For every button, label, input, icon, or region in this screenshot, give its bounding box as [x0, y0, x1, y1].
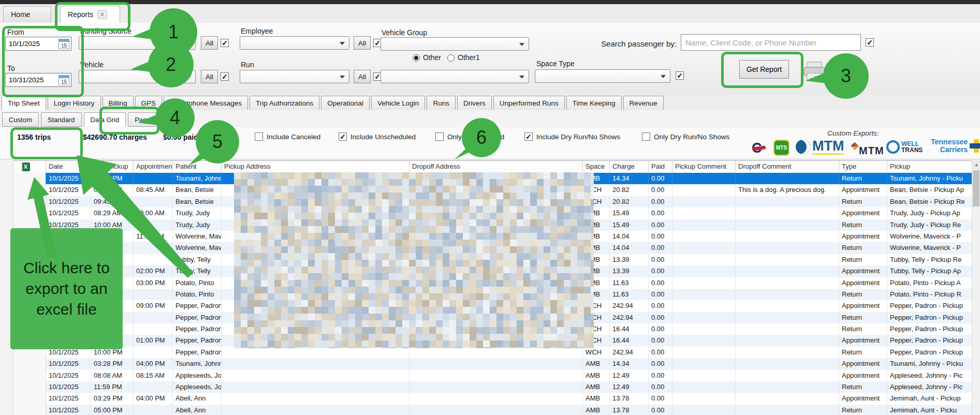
window-title-bar — [0, 0, 980, 4]
checkbox[interactable]: ✓ — [524, 132, 533, 141]
vehicle-dropdown[interactable] — [79, 70, 196, 83]
c-export-logo[interactable]: C — [752, 140, 762, 156]
column-header-pickup-address[interactable]: Pickup Address — [222, 161, 409, 173]
table-row[interactable]: 10/1/202503:29 PM04:00 PMAbell, AnnAMB13… — [13, 393, 973, 404]
view-tab-standard[interactable]: Standard — [41, 112, 82, 127]
option-include-unscheduled: ✓Include Unscheduled — [339, 132, 416, 141]
column-header-dropoff-comment[interactable]: Dropoff Comment — [736, 161, 839, 173]
vertical-scrollbar[interactable]: ▲ — [972, 160, 980, 415]
checkbox[interactable] — [255, 132, 263, 141]
column-header-pickup[interactable]: Pickup — [887, 161, 973, 173]
table-row[interactable]: 10/1/202508:08 AM08:15 AMAppleseeds, Joh… — [13, 370, 973, 381]
report-tab-unperformed-runs[interactable]: Unperformed Runs — [493, 96, 565, 110]
report-tab-trip-authorizations[interactable]: Trip Authorizations — [250, 96, 319, 110]
cell-appointment: 02:00 PM — [134, 265, 173, 277]
cell-pickup-address — [222, 381, 409, 393]
funding-source-all-button[interactable]: All — [201, 36, 218, 50]
report-tab-drivers[interactable]: Drivers — [457, 96, 492, 110]
cell-type: Appointment — [839, 335, 887, 346]
view-tab-page-setup[interactable]: Page Setup — [128, 112, 177, 127]
mtm-star-export-logo[interactable]: MTM — [851, 141, 884, 157]
table-row[interactable]: 10/1/202511:59 PMAppleseeds, Johnny BAMB… — [13, 381, 973, 393]
tab-reports[interactable]: Reports x — [60, 6, 120, 23]
welltrans-export-logo[interactable]: WELL TRANS — [886, 140, 923, 154]
search-checkbox[interactable]: ✓ — [866, 38, 874, 47]
cell-pickup: Pepper, Padron - Pickup — [887, 300, 973, 312]
report-tab-vehicle-login[interactable]: Vehicle Login — [371, 96, 425, 110]
checkbox[interactable] — [642, 132, 650, 141]
vehicle-checkbox[interactable]: ✓ — [221, 72, 229, 81]
employee-all-button[interactable]: All — [354, 36, 371, 50]
report-tab-revenue[interactable]: Revenue — [623, 96, 664, 110]
cell-pickup: Potato, Pinto - Pickup R — [887, 289, 973, 300]
tennessee-carriers-export-logo[interactable]: Tennessee Carriers — [931, 138, 980, 154]
vehicle-all-button[interactable]: All — [201, 70, 218, 83]
checkbox[interactable]: ✓ — [339, 132, 347, 141]
excel-export-icon[interactable]: X — [21, 162, 30, 171]
cell-patient: Tubby, Telly — [173, 265, 222, 277]
scroll-up-icon[interactable]: ▲ — [972, 160, 980, 169]
row-gutter — [13, 184, 46, 196]
space-type-checkbox[interactable]: ✓ — [676, 71, 684, 80]
cell-patient: Tubby, Telly — [173, 254, 222, 265]
table-row[interactable]: 10/1/202510:00 PMPepper, PadronWCH242.94… — [13, 347, 973, 358]
other-dropdown[interactable] — [381, 70, 529, 83]
report-tab-gps[interactable]: GPS — [135, 96, 163, 110]
checkbox[interactable] — [435, 132, 444, 141]
to-date-input[interactable] — [6, 76, 57, 84]
report-tab-billing[interactable]: Billing — [103, 96, 134, 110]
column-header-appointment[interactable]: Appointment — [134, 161, 173, 173]
report-tab-operational[interactable]: Operational — [321, 96, 370, 110]
tab-home[interactable]: Home — [3, 6, 51, 22]
calendar-icon[interactable]: 15 — [58, 75, 69, 85]
report-tab-login-history[interactable]: Login History — [48, 96, 101, 110]
cell-pickup-comment — [672, 335, 736, 346]
mtm-export-logo[interactable]: MTM — [796, 139, 844, 155]
from-date-field[interactable]: 15 — [5, 37, 71, 51]
cell-dropoff-address — [409, 370, 583, 381]
view-tab-custom[interactable]: Custom — [2, 112, 39, 127]
cell-type: Appointment — [839, 208, 887, 219]
vehicle-group-dropdown[interactable] — [381, 37, 529, 51]
from-date-input[interactable] — [6, 39, 57, 48]
cell-pickup-address — [222, 370, 409, 381]
option-only-unscheduled: Only Unscheduled — [435, 132, 504, 141]
column-header-space[interactable]: Space — [583, 161, 610, 173]
funding-source-dropdown[interactable] — [79, 36, 196, 50]
other1-radio[interactable] — [447, 54, 455, 62]
table-row[interactable]: 10/1/202503:28 PM04:00 PMTsunami, Johnny… — [13, 358, 973, 369]
to-date-field[interactable]: 15 — [5, 73, 71, 87]
column-header-paid[interactable]: Paid — [649, 161, 672, 173]
scrollbar-thumb[interactable] — [973, 170, 979, 206]
cell-type: Return — [839, 219, 887, 231]
column-header-dropoff-address[interactable]: Dropoff Address — [409, 161, 583, 173]
column-header-type[interactable]: Type — [839, 161, 887, 173]
funding-source-checkbox[interactable]: ✓ — [221, 39, 229, 47]
column-header-charge[interactable]: Charge — [610, 161, 649, 173]
report-tab-time-keeping[interactable]: Time Keeping — [566, 96, 622, 110]
other-radio[interactable] — [413, 54, 420, 62]
column-header-date[interactable]: Date — [46, 161, 91, 173]
column-header-patient[interactable]: Patient — [173, 161, 222, 173]
get-report-button[interactable]: Get Report — [739, 60, 789, 79]
printer-icon[interactable] — [802, 61, 826, 83]
report-tab-runs[interactable]: Runs — [427, 96, 456, 110]
cell-date: 10/1/2025 — [46, 173, 91, 184]
run-dropdown[interactable] — [240, 70, 349, 83]
column-header-export[interactable]: X — [13, 161, 46, 173]
column-header-pickup-comment[interactable]: Pickup Comment — [672, 161, 736, 173]
view-tab-data-grid[interactable]: Data Grid — [84, 112, 126, 127]
report-tab-smartphone-messages[interactable]: Smartphone Messages — [164, 96, 248, 110]
space-type-dropdown[interactable] — [535, 69, 670, 83]
search-passenger-input[interactable] — [681, 34, 861, 51]
column-header-req-pickup[interactable]: Req Pickup — [91, 161, 134, 173]
employee-dropdown[interactable] — [240, 36, 349, 50]
cell-dropoff-comment — [736, 381, 839, 393]
close-icon[interactable]: x — [97, 10, 107, 19]
mts-export-logo[interactable]: MTS — [773, 140, 789, 156]
table-row[interactable]: 10/1/202505:00 PMAbell, AnnAMB13.780.00R… — [13, 405, 973, 415]
calendar-icon[interactable]: 15 — [58, 39, 69, 49]
report-tab-trip-sheet[interactable]: Trip Sheet — [2, 95, 46, 110]
run-all-button[interactable]: All — [354, 70, 371, 83]
cell-charge: 12.49 — [610, 381, 649, 393]
